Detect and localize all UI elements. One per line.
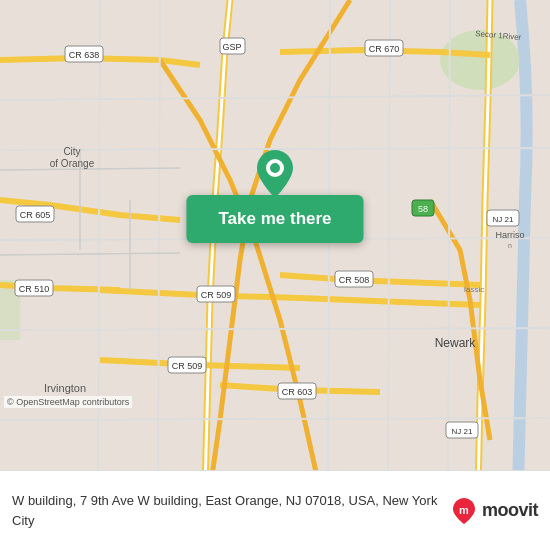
bottom-bar: W building, 7 9th Ave W building, East O… (0, 470, 550, 550)
svg-point-36 (270, 163, 280, 173)
address-text: W building, 7 9th Ave W building, East O… (12, 493, 437, 527)
svg-text:CR 638: CR 638 (69, 50, 100, 60)
map-svg: CR 638 GSP CR 670 Secor 1River City of O… (0, 0, 550, 490)
svg-text:GSP: GSP (222, 42, 241, 52)
osm-attribution: © OpenStreetMap contributors (4, 396, 132, 408)
map-pin (253, 148, 297, 204)
svg-text:Irvington: Irvington (44, 382, 86, 394)
moovit-logo: m moovit (450, 497, 538, 525)
svg-text:of Orange: of Orange (50, 158, 95, 169)
moovit-brand-text: moovit (482, 500, 538, 521)
svg-text:City: City (63, 146, 80, 157)
svg-text:CR 508: CR 508 (339, 275, 370, 285)
svg-text:CR 603: CR 603 (282, 387, 313, 397)
map-container: CR 638 GSP CR 670 Secor 1River City of O… (0, 0, 550, 490)
svg-text:Harriso: Harriso (495, 230, 524, 240)
svg-text:NJ 21: NJ 21 (452, 427, 473, 436)
address-container: W building, 7 9th Ave W building, East O… (12, 491, 450, 529)
svg-text:CR 605: CR 605 (20, 210, 51, 220)
svg-text:m: m (459, 504, 469, 516)
svg-text:CR 510: CR 510 (19, 284, 50, 294)
svg-text:Newark: Newark (435, 336, 477, 350)
svg-text:n: n (508, 242, 512, 249)
svg-text:CR 509: CR 509 (172, 361, 203, 371)
svg-text:NJ 21: NJ 21 (493, 215, 514, 224)
svg-text:58: 58 (418, 204, 428, 214)
svg-text:Iassic: Iassic (464, 285, 484, 294)
svg-text:CR 509: CR 509 (201, 290, 232, 300)
svg-text:CR 670: CR 670 (369, 44, 400, 54)
moovit-icon: m (450, 497, 478, 525)
